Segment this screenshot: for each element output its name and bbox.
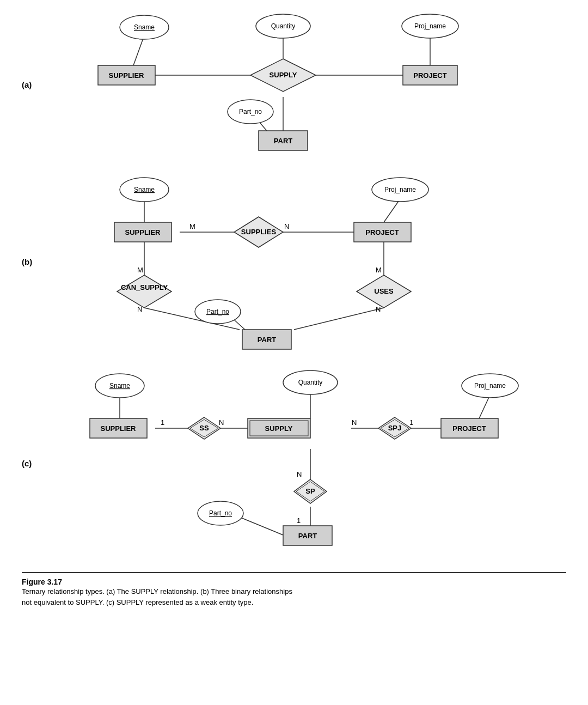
attr-quantity-a: Quantity: [256, 14, 310, 38]
svg-text:1: 1: [161, 418, 164, 427]
attr-partno-c: Part_no: [198, 501, 243, 525]
caption-line-1: Ternary relationship types. (a) The SUPP…: [22, 587, 292, 595]
diagram-c: (c) 1 N N 1 N 1 Sname: [22, 365, 566, 561]
svg-text:Sname: Sname: [134, 186, 155, 193]
svg-text:SUPPLIER: SUPPLIER: [100, 424, 136, 433]
section-label-a: (a): [22, 80, 32, 89]
entity-part-b: PART: [242, 330, 291, 349]
entity-supplier-c: SUPPLIER: [90, 418, 147, 438]
entity-project-c: PROJECT: [441, 418, 498, 438]
svg-text:USES: USES: [374, 287, 394, 295]
svg-text:PROJECT: PROJECT: [413, 71, 446, 80]
svg-text:PROJECT: PROJECT: [365, 228, 399, 236]
entity-supply-c: SUPPLY: [248, 418, 310, 438]
svg-text:SUPPLY: SUPPLY: [270, 71, 297, 79]
attr-sname-a: Sname: [120, 15, 169, 39]
caption-line-2: not equivalent to SUPPLY. (c) SUPPLY rep…: [22, 598, 253, 606]
diagram-a: (a) Sname Quantity Proj_name: [22, 11, 566, 158]
entity-supplier-a: SUPPLIER: [98, 65, 155, 85]
svg-text:PROJECT: PROJECT: [452, 424, 486, 433]
entity-project-a: PROJECT: [403, 65, 457, 85]
svg-text:SPJ: SPJ: [388, 424, 402, 432]
svg-text:N: N: [297, 470, 302, 478]
svg-text:SUPPLIER: SUPPLIER: [125, 228, 161, 236]
rel-supply-a: SUPPLY: [250, 59, 316, 92]
svg-line-30: [294, 308, 384, 330]
attr-sname-c: Sname: [95, 374, 144, 398]
svg-marker-48: [117, 275, 171, 308]
rel-cansupply-b: CAN_SUPPLY: [117, 275, 171, 308]
svg-text:1: 1: [297, 516, 301, 525]
svg-text:SUPPLY: SUPPLY: [265, 424, 293, 433]
svg-text:Proj_name: Proj_name: [384, 186, 416, 193]
svg-text:Part_no: Part_no: [209, 509, 232, 517]
section-label-c: (c): [22, 459, 32, 468]
svg-text:SUPPLIER: SUPPLIER: [108, 71, 144, 80]
svg-text:M: M: [376, 266, 382, 274]
attr-sname-b: Sname: [120, 178, 169, 202]
attr-partno-a: Part_no: [228, 100, 273, 124]
rel-sp-c: SP: [294, 479, 327, 503]
section-label-b: (b): [22, 257, 32, 266]
svg-diagram-b: M N M N M N Sname Proj_name SUPPLIER SUP…: [49, 169, 588, 354]
svg-text:M: M: [137, 266, 143, 274]
svg-diagram-a: Sname Quantity Proj_name SUPPLIER SUPPLY…: [49, 11, 588, 158]
rel-supplies-b: SUPPLIES: [234, 217, 283, 247]
svg-text:CAN_SUPPLY: CAN_SUPPLY: [121, 283, 168, 291]
svg-text:SS: SS: [199, 424, 209, 432]
svg-text:SUPPLIES: SUPPLIES: [241, 228, 277, 236]
svg-text:Quantity: Quantity: [271, 22, 296, 30]
rel-uses-b: USES: [357, 275, 411, 308]
svg-text:N: N: [284, 222, 289, 230]
svg-text:Proj_name: Proj_name: [474, 382, 506, 390]
svg-diagram-c: 1 N N 1 N 1 Sname Quantity Proj_name SUP…: [49, 365, 588, 561]
svg-line-26: [384, 199, 400, 222]
entity-part-c: PART: [283, 526, 332, 545]
entity-supplier-b: SUPPLIER: [114, 222, 171, 242]
svg-text:Part_no: Part_no: [206, 308, 229, 315]
entity-project-b: PROJECT: [354, 222, 411, 242]
svg-text:Sname: Sname: [109, 382, 130, 390]
figure-caption: Figure 3.17 Ternary relationship types. …: [22, 572, 566, 607]
rel-ss-c: SS: [188, 417, 220, 439]
attr-projname-a: Proj_name: [402, 14, 458, 38]
svg-text:Sname: Sname: [134, 23, 155, 31]
svg-line-62: [479, 395, 490, 418]
rel-spj-c: SPJ: [378, 417, 411, 439]
svg-line-3: [133, 35, 144, 65]
svg-text:PART: PART: [258, 336, 276, 344]
svg-text:SP: SP: [305, 487, 315, 495]
svg-text:N: N: [376, 305, 381, 313]
svg-text:N: N: [219, 418, 224, 427]
svg-text:Quantity: Quantity: [298, 379, 323, 386]
entity-part-a: PART: [259, 131, 308, 150]
svg-text:1: 1: [409, 418, 413, 427]
svg-text:M: M: [189, 222, 195, 230]
attr-partno-b: Part_no: [195, 300, 241, 324]
svg-text:N: N: [352, 418, 357, 427]
attr-projname-b: Proj_name: [372, 178, 428, 202]
svg-text:Part_no: Part_no: [239, 108, 262, 116]
caption-title: Figure 3.17: [22, 578, 62, 586]
svg-text:Proj_name: Proj_name: [414, 22, 446, 30]
svg-text:PART: PART: [298, 532, 317, 540]
diagram-b: (b) M N M N M N Sname: [22, 169, 566, 354]
svg-text:PART: PART: [274, 137, 292, 145]
attr-quantity-c: Quantity: [283, 370, 338, 394]
attr-projname-c: Proj_name: [462, 374, 518, 398]
